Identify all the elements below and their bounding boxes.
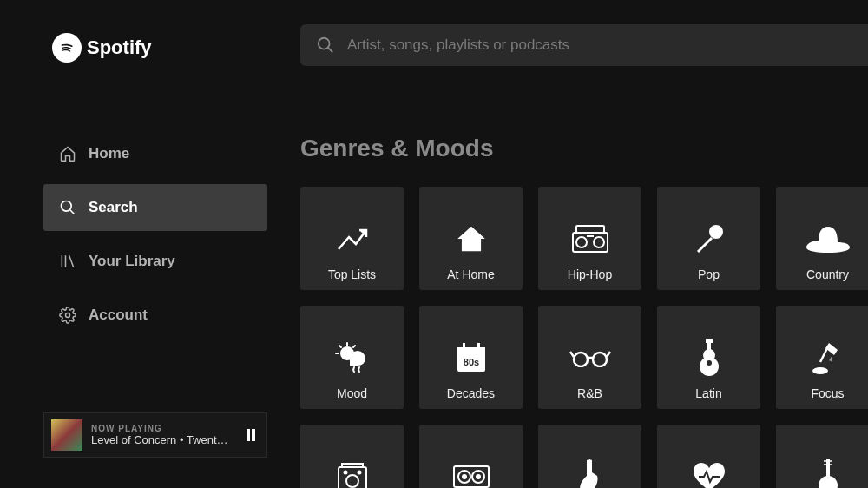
svg-point-28 bbox=[344, 471, 346, 473]
now-playing-label: NOW PLAYING bbox=[91, 424, 233, 433]
card-label: Top Lists bbox=[328, 267, 376, 281]
svg-rect-22 bbox=[706, 339, 713, 343]
genre-card[interactable] bbox=[419, 425, 523, 488]
library-icon bbox=[59, 253, 76, 270]
svg-line-1 bbox=[328, 48, 333, 53]
genre-grid: Top Lists At Home Hip-Hop Pop Country Mo… bbox=[300, 187, 868, 488]
guitar-electric-icon bbox=[577, 458, 603, 489]
card-label: Mood bbox=[337, 386, 367, 400]
genre-card[interactable] bbox=[776, 425, 868, 488]
card-label: At Home bbox=[447, 267, 494, 281]
now-playing-bar[interactable]: NOW PLAYING Level of Concern • Twenty On… bbox=[43, 412, 267, 458]
svg-rect-37 bbox=[247, 429, 250, 441]
turntable-icon bbox=[452, 458, 490, 489]
pause-icon bbox=[246, 429, 256, 441]
svg-point-18 bbox=[593, 353, 607, 366]
svg-rect-38 bbox=[252, 429, 255, 441]
svg-rect-36 bbox=[826, 459, 830, 478]
card-label: Latin bbox=[695, 386, 721, 400]
trend-up-icon bbox=[335, 220, 370, 258]
album-art bbox=[51, 419, 82, 451]
now-playing-title: Level of Concern • Twenty One P... bbox=[91, 433, 233, 446]
svg-point-24 bbox=[812, 367, 828, 374]
sidebar-nav: Home Search Your Library Account bbox=[43, 130, 267, 346]
svg-point-26 bbox=[346, 475, 358, 487]
genre-card-mood[interactable]: Mood bbox=[300, 306, 404, 409]
genre-card-country[interactable]: Country bbox=[776, 187, 868, 290]
card-label: Decades bbox=[447, 386, 495, 400]
svg-rect-27 bbox=[342, 464, 363, 467]
sidebar-item-label: Account bbox=[89, 307, 148, 324]
card-label: R&B bbox=[577, 386, 602, 400]
weather-icon bbox=[333, 339, 372, 377]
svg-rect-8 bbox=[576, 226, 604, 233]
svg-rect-15 bbox=[477, 343, 480, 350]
sidebar-item-home[interactable]: Home bbox=[43, 130, 267, 177]
svg-point-2 bbox=[62, 201, 72, 212]
amp-icon bbox=[337, 458, 368, 489]
sidebar-item-label: Your Library bbox=[89, 253, 175, 270]
card-label: Pop bbox=[698, 267, 720, 281]
svg-point-0 bbox=[319, 38, 330, 49]
heart-pulse-icon bbox=[692, 458, 727, 489]
genre-card-at-home[interactable]: At Home bbox=[419, 187, 523, 290]
genre-card-hip-hop[interactable]: Hip-Hop bbox=[538, 187, 641, 290]
genre-card-rnb[interactable]: R&B bbox=[538, 306, 641, 409]
microphone-icon bbox=[692, 220, 727, 258]
svg-text:80s: 80s bbox=[463, 357, 478, 367]
now-playing-text: NOW PLAYING Level of Concern • Twenty On… bbox=[91, 424, 233, 446]
svg-point-4 bbox=[66, 313, 70, 318]
card-label: Focus bbox=[811, 386, 844, 400]
svg-point-6 bbox=[576, 237, 587, 247]
genre-card[interactable] bbox=[300, 425, 404, 488]
spotify-icon bbox=[52, 33, 82, 63]
sidebar-item-library[interactable]: Your Library bbox=[43, 238, 267, 285]
sunglasses-icon bbox=[569, 339, 611, 377]
main-content: Genres & Moods Top Lists At Home Hip-Hop… bbox=[300, 135, 868, 488]
search-icon bbox=[59, 199, 76, 216]
calendar-80s-icon: 80s bbox=[454, 339, 489, 377]
brand-logo: Spotify bbox=[52, 33, 152, 63]
search-input[interactable] bbox=[347, 36, 852, 54]
card-label: Country bbox=[806, 267, 849, 281]
sidebar-item-search[interactable]: Search bbox=[43, 184, 267, 231]
svg-point-10 bbox=[709, 225, 723, 239]
cowboy-hat-icon bbox=[805, 220, 852, 258]
card-label: Hip-Hop bbox=[568, 267, 612, 281]
svg-point-29 bbox=[358, 471, 360, 473]
search-icon bbox=[316, 36, 335, 55]
genre-card-focus[interactable]: Focus bbox=[776, 306, 868, 409]
sidebar-item-account[interactable]: Account bbox=[43, 292, 267, 339]
svg-point-23 bbox=[707, 360, 712, 366]
house-icon bbox=[455, 220, 488, 258]
boombox-icon bbox=[571, 220, 609, 258]
svg-rect-25 bbox=[339, 467, 366, 489]
genre-card-pop[interactable]: Pop bbox=[657, 187, 760, 290]
svg-point-7 bbox=[594, 237, 604, 247]
pause-button[interactable] bbox=[242, 426, 260, 444]
section-title: Genres & Moods bbox=[300, 135, 868, 162]
svg-rect-13 bbox=[457, 347, 485, 354]
genre-card-top-lists[interactable]: Top Lists bbox=[300, 187, 404, 290]
desk-lamp-icon bbox=[812, 339, 845, 377]
sidebar-item-label: Home bbox=[89, 145, 129, 162]
genre-card-decades[interactable]: 80s Decades bbox=[419, 306, 523, 409]
brand-name: Spotify bbox=[87, 36, 152, 59]
sidebar-item-label: Search bbox=[89, 199, 138, 216]
guitar-acoustic-icon bbox=[697, 339, 721, 377]
genre-card-latin[interactable]: Latin bbox=[657, 306, 760, 409]
svg-point-17 bbox=[574, 353, 588, 366]
instrument-icon bbox=[817, 458, 839, 489]
search-bar[interactable] bbox=[300, 24, 868, 66]
svg-point-33 bbox=[463, 475, 466, 478]
gear-icon bbox=[59, 307, 76, 324]
genre-card[interactable] bbox=[657, 425, 760, 488]
genre-card[interactable] bbox=[538, 425, 641, 488]
svg-line-3 bbox=[70, 210, 75, 214]
svg-rect-14 bbox=[463, 343, 465, 350]
svg-point-34 bbox=[477, 475, 480, 478]
home-icon bbox=[59, 145, 76, 162]
